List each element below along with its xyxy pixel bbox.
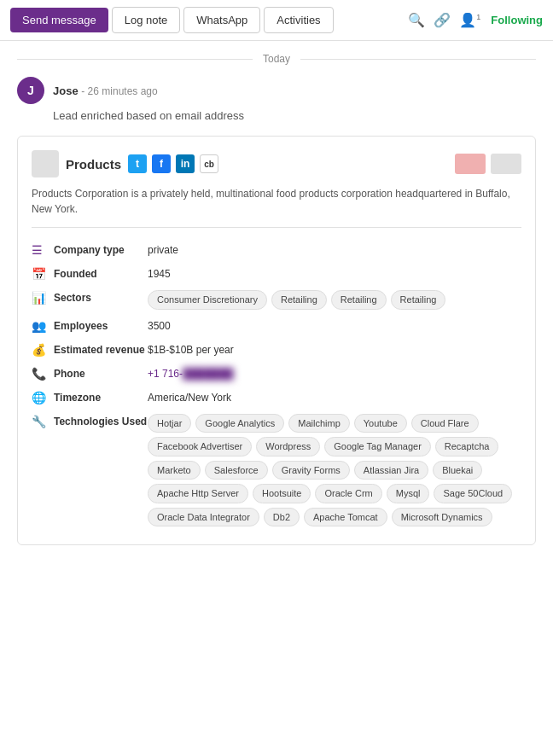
today-divider: Today — [0, 41, 553, 77]
timezone-value: America/New York — [148, 390, 521, 405]
author-name: Jose — [53, 84, 79, 97]
technology-tag: Oracle Crm — [315, 484, 381, 503]
info-row-sectors: 📊 Sectors Consumer Discretionary Retaili… — [32, 286, 521, 314]
technology-tag: Oracle Data Integrator — [148, 508, 259, 527]
company-name: Products — [66, 157, 121, 172]
extra-image-1 — [455, 154, 486, 174]
linkedin-icon[interactable]: in — [176, 154, 195, 173]
technology-tag: Mysql — [387, 484, 430, 503]
info-row-timezone: 🌐 Timezone America/New York — [32, 386, 521, 410]
sector-tag: Retailing — [391, 290, 446, 310]
log-note-button[interactable]: Log note — [112, 7, 181, 33]
technology-tag: Db2 — [264, 508, 300, 527]
technologies-value: HotjarGoogle AnalyticsMailchimpYoutubeCl… — [148, 414, 521, 527]
info-row-founded: 📅 Founded 1945 — [32, 262, 521, 286]
technology-tag: Salesforce — [205, 461, 268, 480]
technologies-label: Technologies Used — [54, 414, 148, 429]
technology-tag: Facebook Advertiser — [148, 437, 252, 457]
revenue-label: Estimated revenue — [54, 342, 148, 358]
technology-tag: Mailchimp — [288, 414, 350, 433]
info-row-phone: 📞 Phone +1 716-███████ — [32, 362, 521, 386]
technology-tag: Cloud Flare — [411, 414, 479, 433]
whatsapp-button[interactable]: WhatsApp — [183, 7, 260, 33]
technology-tag: Recaptcha — [435, 437, 499, 457]
info-row-revenue: 💰 Estimated revenue $1B-$10B per year — [32, 338, 521, 362]
sectors-tags: Consumer Discretionary Retailing Retaili… — [148, 290, 521, 310]
message-header: J Jose - 26 minutes ago — [17, 77, 536, 104]
info-row-company-type: ☰ Company type private — [32, 238, 521, 262]
activities-button[interactable]: Activities — [264, 7, 333, 33]
revenue-value: $1B-$10B per year — [148, 342, 521, 358]
technology-tag: Apache Http Server — [148, 484, 248, 503]
social-icons: t f in cb — [128, 154, 218, 173]
founded-value: 1945 — [148, 266, 521, 282]
crunchbase-icon[interactable]: cb — [200, 154, 218, 173]
send-message-button[interactable]: Send message — [10, 8, 108, 32]
following-button[interactable]: Following — [491, 14, 543, 26]
technology-tag: Sage 50Cloud — [434, 484, 512, 503]
today-label: Today — [263, 53, 290, 65]
employees-label: Employees — [54, 318, 148, 334]
sectors-label: Sectors — [54, 290, 148, 305]
info-row-technologies: 🔧 Technologies Used HotjarGoogle Analyti… — [32, 410, 521, 532]
card-title-row: Products t f in cb — [32, 150, 218, 177]
message-content: Lead enriched based on email address — [53, 109, 536, 122]
search-icon[interactable]: 🔍 — [408, 12, 425, 28]
company-type-value: private — [148, 242, 521, 258]
technology-tag: Atlassian Jira — [354, 461, 428, 480]
founded-icon: 📅 — [32, 266, 49, 281]
revenue-icon: 💰 — [32, 342, 49, 357]
founded-label: Founded — [54, 266, 148, 282]
technology-tag: Apache Tomcat — [304, 508, 387, 527]
message-area: J Jose - 26 minutes ago Lead enriched ba… — [0, 77, 553, 136]
card-extra — [455, 154, 521, 174]
company-description: Products Corporation is a privately held… — [32, 186, 521, 217]
employees-value: 3500 — [148, 318, 521, 334]
phone-icon: 📞 — [32, 366, 49, 381]
info-row-employees: 👥 Employees 3500 — [32, 314, 521, 338]
company-logo — [32, 150, 59, 177]
card-divider — [32, 227, 521, 228]
card-header: Products t f in cb — [32, 150, 521, 177]
company-card: Products t f in cb Products Corporation … — [17, 136, 536, 545]
avatar: J — [17, 77, 44, 104]
sector-tag: Consumer Discretionary — [148, 290, 267, 310]
technologies-tags: HotjarGoogle AnalyticsMailchimpYoutubeCl… — [148, 414, 521, 527]
twitter-icon[interactable]: t — [128, 154, 147, 173]
employees-icon: 👥 — [32, 318, 49, 333]
technology-tag: Wordpress — [256, 437, 320, 457]
sectors-icon: 📊 — [32, 290, 49, 305]
sector-tag: Retailing — [271, 290, 327, 310]
message-time: - 26 minutes ago — [81, 85, 157, 97]
facebook-icon[interactable]: f — [152, 154, 171, 173]
technology-tag: Google Tag Manager — [324, 437, 431, 457]
phone-value: +1 716-███████ — [148, 366, 521, 381]
toolbar: Send message Log note WhatsApp Activitie… — [0, 0, 553, 41]
timezone-icon: 🌐 — [32, 390, 49, 404]
technology-tag: Microsoft Dynamics — [392, 508, 492, 527]
message-meta: Jose - 26 minutes ago — [53, 84, 158, 97]
technology-tag: Marketo — [148, 461, 201, 480]
technology-tag: Bluekai — [433, 461, 482, 480]
phone-label: Phone — [54, 366, 148, 381]
toolbar-icons: 🔍 🔗 👤1 — [408, 12, 480, 28]
timezone-label: Timezone — [54, 390, 148, 405]
company-type-icon: ☰ — [32, 242, 49, 257]
technologies-icon: 🔧 — [32, 414, 49, 428]
info-table: ☰ Company type private 📅 Founded 1945 📊 … — [32, 238, 521, 531]
technology-tag: Google Analytics — [195, 414, 284, 433]
technology-tag: Hootsuite — [253, 484, 311, 503]
technology-tag: Youtube — [354, 414, 407, 433]
sector-tag: Retailing — [331, 290, 387, 310]
clip-icon[interactable]: 🔗 — [434, 12, 451, 28]
user-icon[interactable]: 👤1 — [459, 12, 480, 28]
technology-tag: Gravity Forms — [272, 461, 350, 480]
sectors-value: Consumer Discretionary Retailing Retaili… — [148, 290, 521, 310]
extra-image-2 — [491, 154, 521, 174]
technology-tag: Hotjar — [148, 414, 191, 433]
company-type-label: Company type — [54, 242, 148, 258]
